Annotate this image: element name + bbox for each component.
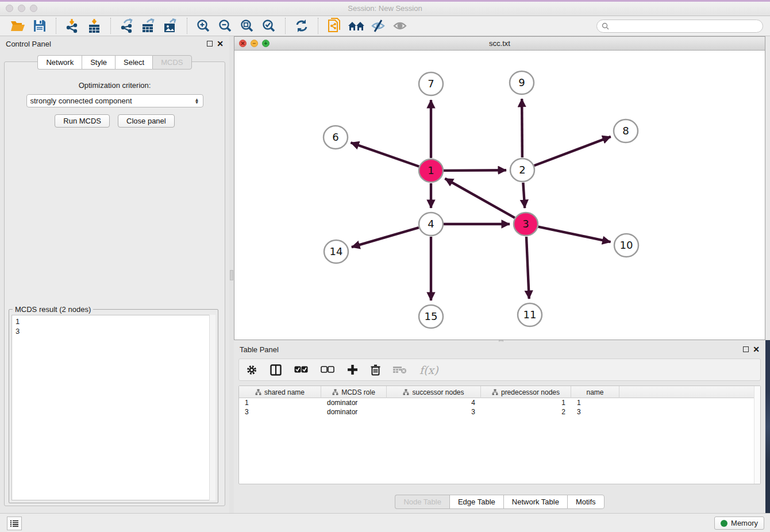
main-toolbar [0, 16, 770, 36]
tab-motifs[interactable]: Motifs [567, 495, 605, 509]
delete-row-icon[interactable] [371, 364, 380, 376]
memory-button[interactable]: Memory [714, 516, 764, 530]
node-15[interactable]: 15 [419, 305, 443, 328]
svg-text:10: 10 [620, 239, 633, 251]
network-close-icon[interactable]: ✕ [239, 40, 247, 47]
cell-predecessor-nodes[interactable]: 2 [481, 407, 571, 417]
cell-predecessor-nodes[interactable]: 1 [481, 398, 571, 407]
node-3[interactable]: 3 [514, 213, 538, 236]
function-builder-icon[interactable]: f(x) [419, 364, 438, 376]
cell-shared-name[interactable]: 3 [239, 407, 321, 417]
float-panel-icon[interactable] [207, 41, 213, 47]
hide-selected-icon[interactable] [369, 17, 387, 34]
mcds-result-list[interactable]: 1 3 [11, 315, 215, 500]
unselect-all-icon[interactable] [321, 366, 334, 373]
edge-3-10[interactable] [538, 227, 611, 242]
table-body: 1dominator4113dominator323 [239, 398, 760, 417]
save-session-icon[interactable] [30, 17, 49, 34]
tab-network-table[interactable]: Network Table [503, 495, 567, 509]
column-header-MCDS-role[interactable]: MCDS role [321, 386, 387, 398]
new-network-from-selection-icon[interactable] [325, 17, 344, 34]
open-file-icon[interactable] [9, 17, 27, 34]
edge-1-2[interactable] [444, 170, 506, 171]
network-window-titlebar[interactable]: ✕ − + scc.txt [234, 37, 765, 51]
node-6[interactable]: 6 [324, 126, 348, 149]
edge-2-3[interactable] [523, 183, 525, 208]
column-layout-icon[interactable] [270, 364, 282, 376]
vertical-splitter[interactable] [229, 36, 234, 513]
column-header-shared-name[interactable]: shared name [239, 386, 321, 398]
cell-name[interactable]: 3 [571, 407, 619, 417]
import-table-icon[interactable] [85, 17, 103, 34]
table-row[interactable]: 1dominator411 [239, 398, 760, 407]
edge-3-1[interactable] [445, 179, 514, 218]
network-minimize-icon[interactable]: − [251, 40, 258, 47]
zoom-fit-icon[interactable] [238, 17, 256, 34]
edge-1-6[interactable] [351, 142, 419, 167]
add-row-icon[interactable] [347, 364, 358, 375]
cell-MCDS-role[interactable]: dominator [321, 398, 387, 407]
edge-2-9[interactable] [522, 99, 522, 157]
splitter-grip[interactable] [230, 270, 233, 280]
network-canvas[interactable]: 7968124314101511 [234, 51, 765, 340]
close-table-panel-icon[interactable]: ✕ [753, 346, 760, 352]
svg-text:2: 2 [519, 164, 525, 176]
zoom-out-icon[interactable] [216, 17, 234, 34]
cell-MCDS-role[interactable]: dominator [321, 407, 387, 417]
result-scrollbar[interactable] [209, 315, 215, 500]
search-field[interactable] [596, 20, 763, 33]
node-1[interactable]: 1 [419, 159, 443, 182]
node-7[interactable]: 7 [419, 72, 443, 95]
optimization-criterion-select[interactable]: strongly connected component ▲▼ [26, 94, 203, 107]
export-table-icon[interactable] [140, 17, 158, 34]
node-4[interactable]: 4 [419, 213, 443, 236]
cell-successor-nodes[interactable]: 4 [387, 398, 481, 407]
zoom-in-icon[interactable] [194, 17, 213, 34]
tab-edge-table[interactable]: Edge Table [449, 495, 503, 509]
export-network-icon[interactable] [118, 17, 136, 34]
tab-network[interactable]: Network [37, 55, 82, 70]
tab-mcds[interactable]: MCDS [152, 55, 191, 70]
run-mcds-button[interactable]: Run MCDS [55, 114, 110, 128]
export-image-icon[interactable] [161, 17, 180, 34]
node-8[interactable]: 8 [614, 119, 638, 142]
edge-2-8[interactable] [534, 137, 611, 165]
node-11[interactable]: 11 [518, 303, 542, 326]
node-10[interactable]: 10 [614, 234, 638, 257]
close-panel-icon[interactable]: ✕ [217, 41, 224, 47]
zoom-selected-icon[interactable] [260, 17, 278, 34]
cell-shared-name[interactable]: 1 [239, 398, 321, 407]
refresh-view-icon[interactable] [292, 17, 311, 34]
tab-select[interactable]: Select [115, 55, 152, 70]
select-all-icon[interactable] [294, 366, 308, 373]
float-table-panel-icon[interactable] [743, 346, 749, 352]
show-all-icon[interactable] [391, 17, 409, 34]
task-history-button[interactable] [7, 516, 22, 530]
delete-table-icon[interactable] [393, 365, 407, 374]
cell-name[interactable]: 1 [571, 398, 619, 407]
column-attribute-icon [332, 389, 338, 395]
import-network-icon[interactable] [63, 17, 82, 34]
table-row[interactable]: 3dominator323 [239, 407, 760, 417]
svg-text:11: 11 [523, 309, 537, 321]
search-input[interactable] [612, 22, 758, 30]
column-header-predecessor-nodes[interactable]: predecessor nodes [481, 386, 571, 398]
column-header-successor-nodes[interactable]: successor nodes [387, 386, 481, 398]
edge-4-14[interactable] [352, 228, 419, 247]
tab-node-table[interactable]: Node Table [395, 495, 449, 509]
node-2[interactable]: 2 [510, 159, 534, 182]
cell-successor-nodes[interactable]: 3 [387, 407, 481, 417]
column-attribute-icon [403, 389, 409, 395]
table-settings-icon[interactable] [246, 364, 257, 376]
table-scrollbar[interactable] [754, 386, 760, 484]
first-neighbors-icon[interactable] [347, 17, 365, 34]
edge-3-11[interactable] [526, 237, 529, 299]
close-panel-button[interactable]: Close panel [118, 114, 175, 128]
network-maximize-icon[interactable]: + [262, 40, 270, 47]
svg-text:1: 1 [428, 164, 434, 176]
node-9[interactable]: 9 [510, 71, 534, 94]
column-header-name[interactable]: name [571, 386, 619, 398]
svg-text:6: 6 [332, 131, 338, 143]
tab-style[interactable]: Style [82, 55, 115, 70]
node-14[interactable]: 14 [324, 240, 348, 263]
